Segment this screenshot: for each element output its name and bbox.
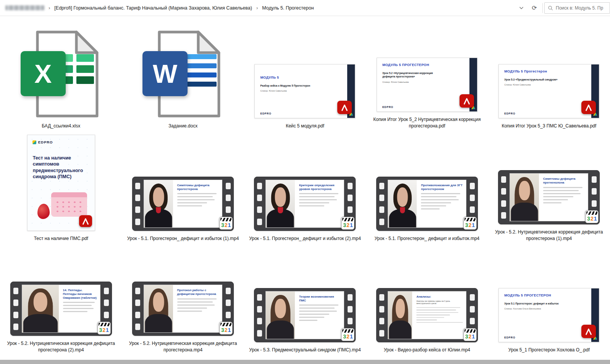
word-w-badge: W [142,51,188,96]
search-box[interactable]: Поиск в: Модуль 5. Пр [544,2,610,14]
video-thumbnail: 14. Пептиды. Пептиды яичников Овариамин … [10,282,112,336]
presenter-figure [266,292,294,339]
file-tile[interactable]: Критерии определения уровня прогестерона… [244,132,366,244]
refresh-button[interactable]: ⟳ [528,0,541,16]
pdf-icon [460,94,474,108]
media-player-classic-icon: 321 [341,328,354,341]
presenter-figure [144,180,173,227]
file-tile[interactable]: Протокол работы с дефицитом прогестерона… [122,244,244,356]
pdf-icon [337,101,352,114]
address-dropdown-button[interactable] [515,0,528,16]
video-slide-title: Критерии определения уровня прогестерона [299,184,341,191]
file-name[interactable]: БАД_ссылки4.xlsx [42,123,80,129]
video-thumbnail: Протокол работы с дефицитом прогестерона… [132,282,234,336]
clapperboard-icon [342,329,353,333]
slide-subtitle: Урок 5.1 Прогестерон: дефицит и избыток [504,302,567,305]
presenter-figure [144,285,173,332]
video-slide-title: Противопоказания для ЗГТ прогестероном [421,184,463,191]
film-sprockets-left [377,288,387,342]
file-tile[interactable]: W Задание.docx [122,16,244,132]
presenter-figure [266,180,294,227]
file-tile[interactable]: МОДУЛЬ 5 ПРОГЕСТЕРОН Урок 5.1 Прогестеро… [488,244,610,356]
file-tile[interactable]: Симптомы дефицита прогестерона 321 Урок … [122,132,244,244]
excel-sheet-lines [63,54,94,84]
film-sprockets-left [254,177,265,230]
media-player-classic-icon: 321 [219,322,233,335]
breadcrumb-segment-course[interactable]: [Edprofi] Гормональный баланс. Тариф Нач… [54,5,252,11]
file-name[interactable]: Копия Итог Урок 5_3 ПМС Ю_Савельева.pdf [502,123,596,129]
presenter-figure [510,174,539,221]
file-name[interactable]: Урок - 5.2. Нутрицевтическая коррекция д… [126,340,240,353]
presenter-figure [388,292,412,339]
breadcrumb-separator-icon: › [48,5,50,11]
video-slide-title: Теории возникновения ПМС [299,295,341,302]
slide-speaker: Спикер: Хохлова Ольга Евгеньевна [504,308,587,310]
file-tile[interactable]: МОДУЛЬ 5 ПРОГЕСТЕРОН Урок 5.2 «Нутрицевт… [366,16,488,132]
edpro-logo: EDPRO [382,106,465,108]
file-name[interactable]: Урок - 5.1. Прогестерон_ дефицит и избыт… [127,235,239,242]
file-grid: X БАД_ссылки4.xlsx W Задание.docx МОДУЛЬ… [0,16,610,360]
slide-subtitle: Урок 5.3 «Предменструальный синдром» [504,78,567,81]
slide-subtitle: Урок 5.2 «Нутрицевтическая коррекция деф… [382,71,445,78]
edpro-logo: EDPRO [38,140,53,144]
toolbar-right: ⟳ Поиск в: Модуль 5. Пр [515,0,610,16]
file-name[interactable]: Урок - 5.2. Нутрицевтическая коррекция д… [492,229,606,242]
slide-table-lines [416,307,463,323]
breadcrumb-segment-module[interactable]: Модуль 5. Прогестерон [262,5,314,11]
file-name[interactable]: Урок - 5.1. Прогестерон_ дефицит и избыт… [375,235,480,242]
file-name[interactable]: Урок - 5.1. Прогестерон_ дефицит и избыт… [249,235,361,242]
scrollbar-thumb[interactable] [0,360,610,364]
file-name[interactable]: Копия Итог Урок 5_2 Нутрицевтическая кор… [370,116,484,129]
edpro-mark-icon [32,140,36,144]
file-tile[interactable]: МОДУЛЬ 5 Разбор кейса к Модулю 5 Прогест… [244,16,366,132]
media-player-classic-icon: 321 [463,217,477,230]
pdf-slide-thumbnail: МОДУЛЬ 5 ПРОГЕСТЕРОН Урок 5.1 Прогестеро… [498,288,599,342]
slide-bullet-lines [63,302,97,312]
film-sprockets-left [133,177,143,230]
file-name[interactable]: Урок - 5.2. Нутрицевтическая коррекция д… [4,340,118,353]
file-name[interactable]: Урок 5_1 Прогестерон Хохлова О_.pdf [508,347,590,353]
edpro-logo: EDPRO [260,112,343,115]
file-name[interactable]: Тест на наличие ПМС.pdf [34,235,88,242]
toolbar: › [Edprofi] Гормональный баланс. Тариф Н… [0,0,610,16]
file-tile[interactable]: Противопоказания для ЗГТ прогестероном 3… [366,132,488,244]
file-tile[interactable]: Анализы: Анализы на гормоны сданы на 3 д… [366,244,488,356]
file-tile[interactable]: X БАД_ссылки4.xlsx [0,16,122,132]
refresh-icon: ⟳ [532,4,537,11]
file-tile[interactable]: Симптомы дефицита прегненолона 321 Урок … [488,132,610,244]
file-name[interactable]: Урок - 5.3. Предменструальный синдром (П… [249,347,361,353]
toolbar-divider [542,3,543,13]
clapperboard-icon [220,218,231,221]
video-thumbnail: Теории возникновения ПМС 321 [254,288,356,342]
horizontal-scrollbar[interactable] [0,360,610,364]
file-name[interactable]: Кейс 5 модуля.pdf [286,123,324,129]
slide-speaker: Спикер: Юлия Савельева [382,81,465,83]
slide-bullet-lines [299,193,341,206]
file-name[interactable]: Урок - Видео-разбор кейса от Юлии.mp4 [384,347,470,353]
file-tile[interactable]: МОДУЛЬ 5 Прогестерон Урок 5.3 «Предменст… [488,16,610,132]
slide-title: МОДУЛЬ 5 Прогестерон [504,69,561,74]
presenter-figure [22,285,59,332]
file-tile[interactable]: 14. Пептиды. Пептиды яичников Овариамин … [0,244,122,356]
calendar-icon [51,192,87,217]
video-thumbnail: Анализы: Анализы на гормоны сданы на 3 д… [376,288,478,342]
slide-title: МОДУЛЬ 5 ПРОГЕСТЕРОН [504,293,561,298]
file-name[interactable]: Задание.docx [168,123,197,129]
slide-bullet-lines [543,187,585,203]
media-player-classic-icon: 321 [341,217,354,230]
slide-speaker: Спикер: Юлия Савельева [504,84,587,86]
film-sprockets-left [498,171,509,224]
breadcrumb-root-redacted[interactable] [5,5,44,10]
search-icon [548,5,553,11]
media-player-classic-icon: 321 [463,328,477,341]
excel-x-badge: X [21,51,66,96]
breadcrumb: › [Edprofi] Гормональный баланс. Тариф Н… [0,5,314,11]
film-sprockets-left [133,282,143,335]
film-sprockets-left [377,177,387,230]
video-slide-title: Анализы: [416,295,463,299]
file-tile[interactable]: Теории возникновения ПМС 321 Урок - 5.3.… [244,244,366,356]
clapperboard-icon [342,218,353,221]
clapperboard-icon [464,218,476,221]
video-slide-title: Симптомы дефицита прогестерона [177,184,219,191]
file-tile[interactable]: EDPRO Тест на наличие симптомов предменс… [0,132,122,244]
